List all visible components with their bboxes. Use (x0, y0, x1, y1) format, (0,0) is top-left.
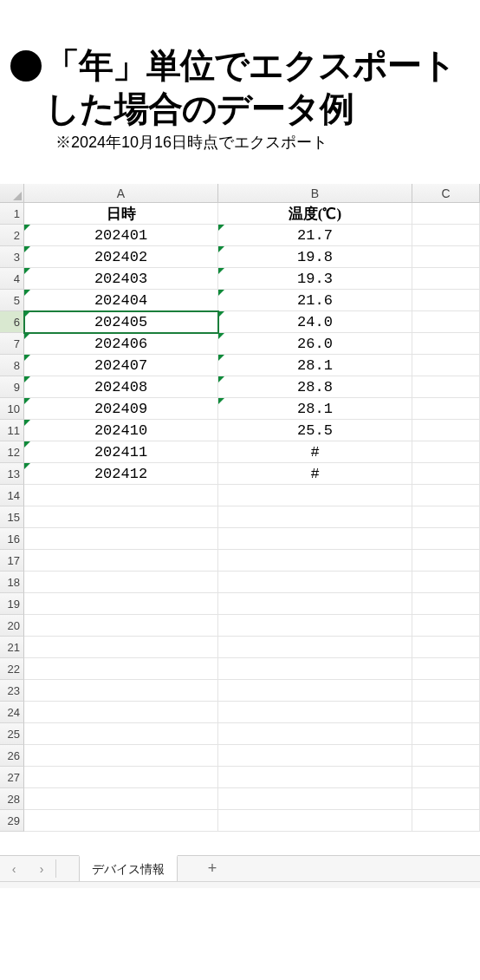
cell-C[interactable] (412, 788, 480, 810)
cell-C[interactable] (412, 246, 480, 268)
cell-A[interactable] (24, 615, 218, 637)
cell-C[interactable] (412, 702, 480, 723)
cell-C[interactable] (412, 572, 480, 593)
cell-C[interactable] (412, 420, 480, 441)
cell-B[interactable]: 21.6 (218, 290, 412, 311)
cell-A[interactable] (24, 528, 218, 550)
cell-C[interactable] (412, 463, 480, 485)
cell-A[interactable] (24, 572, 218, 593)
cell-A[interactable]: 202402 (24, 246, 218, 268)
cell-B[interactable]: # (218, 463, 412, 485)
cell-B[interactable] (218, 485, 412, 506)
row-header[interactable]: 24 (0, 702, 24, 723)
cell-C[interactable] (412, 680, 480, 702)
cell-B[interactable] (218, 593, 412, 615)
cell-B[interactable] (218, 745, 412, 767)
cell-B[interactable] (218, 788, 412, 810)
cell-C[interactable] (412, 658, 480, 680)
cell-A[interactable] (24, 506, 218, 528)
cell-B[interactable] (218, 637, 412, 658)
cell-A[interactable] (24, 702, 218, 723)
row-header[interactable]: 23 (0, 680, 24, 702)
cell-C[interactable] (412, 441, 480, 463)
cell-B[interactable]: 28.1 (218, 355, 412, 376)
cell-A[interactable]: 202407 (24, 355, 218, 376)
cell-B[interactable] (218, 528, 412, 550)
cell-C[interactable] (412, 637, 480, 658)
row-header[interactable]: 13 (0, 463, 24, 485)
cell-B[interactable] (218, 702, 412, 723)
row-header[interactable]: 28 (0, 788, 24, 810)
cell-C[interactable] (412, 745, 480, 767)
cell-A[interactable]: 202403 (24, 268, 218, 290)
cell-B[interactable] (218, 572, 412, 593)
cell-A[interactable] (24, 658, 218, 680)
row-header[interactable]: 22 (0, 658, 24, 680)
cell-C[interactable] (412, 311, 480, 333)
cell-A[interactable]: 202406 (24, 333, 218, 355)
cell-B[interactable] (218, 550, 412, 572)
cell-B[interactable] (218, 680, 412, 702)
cell-B[interactable]: 28.1 (218, 398, 412, 420)
row-header[interactable]: 29 (0, 810, 24, 832)
cell-B[interactable]: 19.8 (218, 246, 412, 268)
cell-A[interactable] (24, 745, 218, 767)
cell-B[interactable]: # (218, 441, 412, 463)
cell-C[interactable] (412, 810, 480, 832)
cell-A[interactable]: 202405 (24, 311, 218, 333)
cell-B[interactable]: 28.8 (218, 376, 412, 398)
cell-C[interactable] (412, 485, 480, 506)
cell-A[interactable] (24, 723, 218, 745)
row-header[interactable]: 27 (0, 767, 24, 788)
cell-C[interactable] (412, 333, 480, 355)
cell-A[interactable]: 202412 (24, 463, 218, 485)
cell-B[interactable] (218, 506, 412, 528)
row-header[interactable]: 17 (0, 550, 24, 572)
cell-C[interactable] (412, 225, 480, 246)
row-header[interactable]: 1 (0, 203, 24, 225)
cell-B[interactable] (218, 615, 412, 637)
cell-B[interactable]: 19.3 (218, 268, 412, 290)
row-header[interactable]: 7 (0, 333, 24, 355)
row-header[interactable]: 12 (0, 441, 24, 463)
cell-A[interactable]: 202408 (24, 376, 218, 398)
row-header[interactable]: 2 (0, 225, 24, 246)
row-header[interactable]: 5 (0, 290, 24, 311)
column-header-C[interactable]: C (412, 184, 480, 203)
cell-A[interactable]: 202410 (24, 420, 218, 441)
cell-A[interactable] (24, 485, 218, 506)
cell-C[interactable] (412, 506, 480, 528)
cell-C[interactable] (412, 528, 480, 550)
cell-C[interactable] (412, 268, 480, 290)
cell-B[interactable]: 24.0 (218, 311, 412, 333)
row-header[interactable]: 19 (0, 593, 24, 615)
row-header[interactable]: 10 (0, 398, 24, 420)
cell-C[interactable] (412, 355, 480, 376)
row-header[interactable]: 26 (0, 745, 24, 767)
row-header[interactable]: 4 (0, 268, 24, 290)
cell-C[interactable] (412, 767, 480, 788)
cell-C[interactable] (412, 593, 480, 615)
cell-A[interactable]: 日時 (24, 203, 218, 225)
cell-A[interactable]: 202401 (24, 225, 218, 246)
row-header[interactable]: 3 (0, 246, 24, 268)
tab-nav-next[interactable]: › (28, 856, 55, 881)
row-header[interactable]: 6 (0, 311, 24, 333)
column-header-B[interactable]: B (218, 184, 412, 203)
tab-nav-prev[interactable]: ‹ (0, 856, 28, 881)
cell-B[interactable]: 26.0 (218, 333, 412, 355)
row-header[interactable]: 8 (0, 355, 24, 376)
row-header[interactable]: 18 (0, 572, 24, 593)
cell-A[interactable] (24, 550, 218, 572)
select-all-corner[interactable] (0, 184, 24, 203)
cell-B[interactable] (218, 767, 412, 788)
row-header[interactable]: 21 (0, 637, 24, 658)
row-header[interactable]: 11 (0, 420, 24, 441)
column-header-A[interactable]: A (24, 184, 218, 203)
cell-A[interactable] (24, 810, 218, 832)
cell-B[interactable]: 21.7 (218, 225, 412, 246)
cell-A[interactable] (24, 637, 218, 658)
cell-A[interactable]: 202411 (24, 441, 218, 463)
cell-C[interactable] (412, 615, 480, 637)
cell-A[interactable] (24, 680, 218, 702)
